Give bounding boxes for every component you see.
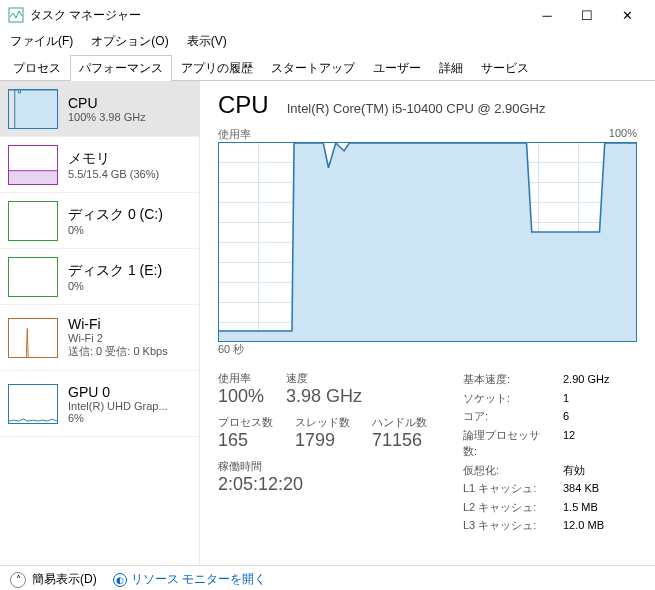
minimize-button[interactable]: ─ <box>527 0 567 30</box>
menu-view[interactable]: 表示(V) <box>183 31 231 52</box>
l3-label: L3 キャッシュ: <box>463 517 553 534</box>
tab-services[interactable]: サービス <box>472 55 538 81</box>
cores-value: 6 <box>563 408 569 425</box>
sidebar-item-sub: 0% <box>68 224 163 236</box>
titlebar: タスク マネージャー ─ ☐ ✕ <box>0 0 655 30</box>
disk-thumb-icon <box>8 257 58 297</box>
main-title: CPU <box>218 91 269 119</box>
sidebar-item-label: GPU 0 <box>68 384 168 400</box>
cpu-usage-graph <box>218 142 637 342</box>
l1-label: L1 キャッシュ: <box>463 480 553 497</box>
stats-area: 使用率 100% 速度 3.98 GHz プロセス数 165 スレッド数 <box>218 371 637 534</box>
speed-value: 3.98 GHz <box>286 386 362 407</box>
l2-value: 1.5 MB <box>563 499 598 516</box>
memory-thumb-icon <box>8 145 58 185</box>
footer: ˄ 簡易表示(D) ◐ リソース モニターを開く <box>0 565 655 590</box>
handles-value: 71156 <box>372 430 427 451</box>
menubar: ファイル(F) オプション(O) 表示(V) <box>0 30 655 52</box>
svg-rect-1 <box>9 170 57 183</box>
sidebar-item-sub: 5.5/15.4 GB (36%) <box>68 168 159 180</box>
sidebar-item-memory[interactable]: メモリ 5.5/15.4 GB (36%) <box>0 137 199 193</box>
gpu-thumb-icon <box>8 384 58 424</box>
usage-value: 100% <box>218 386 264 407</box>
handles-label: ハンドル数 <box>372 415 427 430</box>
sidebar-item-disk0[interactable]: ディスク 0 (C:) 0% <box>0 193 199 249</box>
threads-value: 1799 <box>295 430 350 451</box>
sidebar-item-label: CPU <box>68 95 146 111</box>
tab-users[interactable]: ユーザー <box>364 55 430 81</box>
l3-value: 12.0 MB <box>563 517 604 534</box>
sidebar-item-disk1[interactable]: ディスク 1 (E:) 0% <box>0 249 199 305</box>
sidebar-item-sub2: 送信: 0 受信: 0 Kbps <box>68 344 168 359</box>
processes-label: プロセス数 <box>218 415 273 430</box>
disk-thumb-icon <box>8 201 58 241</box>
cpu-thumb-icon <box>8 89 58 129</box>
sidebar-item-cpu[interactable]: CPU 100% 3.98 GHz <box>0 81 199 137</box>
app-icon <box>8 7 24 23</box>
uptime-value: 2:05:12:20 <box>218 474 427 495</box>
uptime-label: 稼働時間 <box>218 459 427 474</box>
sidebar-item-label: ディスク 1 (E:) <box>68 262 162 280</box>
sidebar-item-sub: Intel(R) UHD Grap... <box>68 400 168 412</box>
base-speed-value: 2.90 GHz <box>563 371 609 388</box>
close-button[interactable]: ✕ <box>607 0 647 30</box>
sockets-label: ソケット: <box>463 390 553 407</box>
threads-label: スレッド数 <box>295 415 350 430</box>
virtualization-value: 有効 <box>563 462 585 479</box>
sidebar-item-sub: 0% <box>68 280 162 292</box>
processes-value: 165 <box>218 430 273 451</box>
sidebar-item-label: ディスク 0 (C:) <box>68 206 163 224</box>
main-subtitle: Intel(R) Core(TM) i5-10400 CPU @ 2.90GHz <box>287 101 546 116</box>
main-panel: CPU Intel(R) Core(TM) i5-10400 CPU @ 2.9… <box>200 81 655 565</box>
graph-top-right-label: 100% <box>609 127 637 142</box>
menu-file[interactable]: ファイル(F) <box>6 31 77 52</box>
tab-bar: プロセス パフォーマンス アプリの履歴 スタートアップ ユーザー 詳細 サービス <box>0 54 655 81</box>
resource-monitor-link[interactable]: ◐ リソース モニターを開く <box>113 571 266 588</box>
sockets-value: 1 <box>563 390 569 407</box>
virtualization-label: 仮想化: <box>463 462 553 479</box>
tab-app-history[interactable]: アプリの履歴 <box>172 55 262 81</box>
base-speed-label: 基本速度: <box>463 371 553 388</box>
cores-label: コア: <box>463 408 553 425</box>
graph-bot-label: 60 秒 <box>218 342 637 357</box>
tab-processes[interactable]: プロセス <box>4 55 70 81</box>
l2-label: L2 キャッシュ: <box>463 499 553 516</box>
sidebar-item-wifi[interactable]: Wi-Fi Wi-Fi 2 送信: 0 受信: 0 Kbps <box>0 305 199 371</box>
sidebar: CPU 100% 3.98 GHz メモリ 5.5/15.4 GB (36%) … <box>0 81 200 565</box>
chevron-up-icon: ˄ <box>10 572 26 588</box>
window-title: タスク マネージャー <box>30 7 527 24</box>
sidebar-item-sub: 100% 3.98 GHz <box>68 111 146 123</box>
usage-label: 使用率 <box>218 371 264 386</box>
sidebar-item-label: Wi-Fi <box>68 316 168 332</box>
resource-monitor-icon: ◐ <box>113 573 127 587</box>
maximize-button[interactable]: ☐ <box>567 0 607 30</box>
sidebar-item-sub2: 6% <box>68 412 168 424</box>
logical-label: 論理プロセッサ数: <box>463 427 553 460</box>
graph-top-left-label: 使用率 <box>218 127 251 142</box>
sidebar-item-gpu0[interactable]: GPU 0 Intel(R) UHD Grap... 6% <box>0 371 199 437</box>
l1-value: 384 KB <box>563 480 599 497</box>
sidebar-item-label: メモリ <box>68 150 159 168</box>
logical-value: 12 <box>563 427 575 460</box>
tab-performance[interactable]: パフォーマンス <box>70 55 172 81</box>
menu-option[interactable]: オプション(O) <box>87 31 172 52</box>
tab-details[interactable]: 詳細 <box>430 55 472 81</box>
wifi-thumb-icon <box>8 318 58 358</box>
speed-label: 速度 <box>286 371 362 386</box>
tab-startup[interactable]: スタートアップ <box>262 55 364 81</box>
sidebar-item-sub: Wi-Fi 2 <box>68 332 168 344</box>
simple-view-button[interactable]: ˄ 簡易表示(D) <box>10 571 97 588</box>
svg-line-4 <box>27 328 28 357</box>
